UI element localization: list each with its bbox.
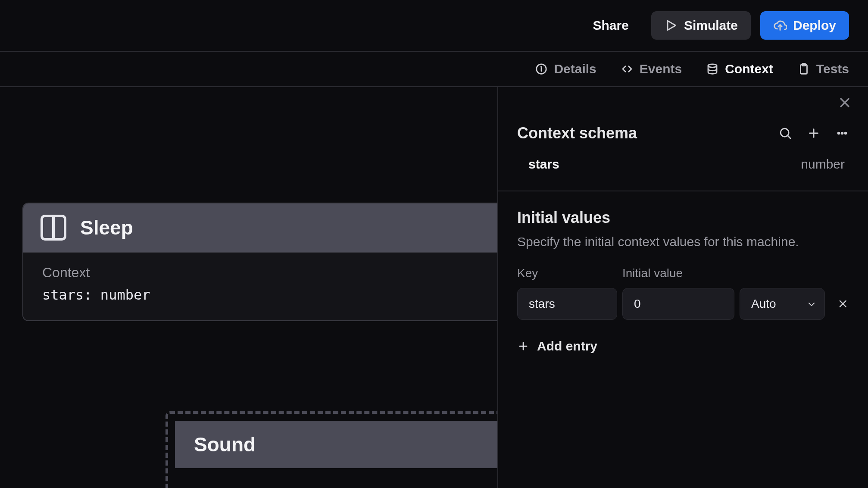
initial-values-description: Specify the initial context values for t…: [517, 235, 849, 249]
kv-header: Key Initial value: [517, 266, 849, 280]
schema-row-type: number: [801, 157, 845, 172]
tab-details-label: Details: [554, 62, 596, 76]
svg-marker-0: [668, 21, 676, 30]
svg-point-14: [838, 132, 840, 134]
tab-tests[interactable]: Tests: [797, 62, 849, 76]
add-entry-label: Add entry: [537, 339, 597, 353]
share-button[interactable]: Share: [580, 11, 642, 40]
tab-details[interactable]: Details: [535, 62, 596, 76]
close-icon[interactable]: [837, 95, 852, 110]
more-icon[interactable]: [835, 126, 849, 140]
column-key: Key: [517, 266, 617, 280]
chevron-down-icon: [806, 299, 817, 309]
initial-values-title: Initial values: [517, 209, 849, 227]
tab-context[interactable]: Context: [706, 62, 773, 76]
play-icon: [664, 19, 678, 32]
parallel-region[interactable]: Sound: [165, 411, 497, 488]
topbar: Share Simulate Deploy: [0, 0, 868, 52]
svg-point-16: [845, 132, 846, 134]
plus-icon: [517, 340, 529, 352]
state-node-sleep[interactable]: Sleep Context stars: number: [22, 203, 497, 321]
entry-key-input[interactable]: [517, 288, 617, 320]
simulate-button[interactable]: Simulate: [651, 11, 751, 40]
tab-context-label: Context: [725, 62, 773, 76]
add-icon[interactable]: [807, 126, 821, 140]
context-line: stars: number: [42, 287, 497, 303]
context-panel: Context schema stars number: [497, 87, 868, 488]
svg-point-4: [541, 66, 542, 67]
schema-row[interactable]: stars number: [517, 142, 849, 186]
svg-point-5: [708, 64, 717, 68]
simulate-label: Simulate: [684, 18, 738, 33]
tab-events-label: Events: [640, 62, 682, 76]
schema-title: Context schema: [517, 124, 637, 142]
state-node-sound[interactable]: Sound: [175, 421, 497, 468]
search-icon[interactable]: [778, 126, 792, 140]
parallel-icon: [41, 215, 66, 241]
cloud-upload-icon: [773, 19, 787, 32]
entry-value-input[interactable]: [622, 288, 734, 320]
deploy-label: Deploy: [793, 18, 836, 33]
add-entry-button[interactable]: Add entry: [517, 339, 597, 353]
context-label: Context: [42, 265, 497, 281]
initial-values-section: Initial values Specify the initial conte…: [517, 209, 849, 355]
tab-events[interactable]: Events: [621, 62, 682, 76]
info-icon: [535, 63, 548, 75]
code-icon: [621, 63, 634, 75]
schema-header: Context schema: [517, 124, 849, 142]
divider: [498, 191, 868, 191]
schema-row-key: stars: [528, 157, 559, 172]
schema-actions: [778, 126, 849, 140]
canvas[interactable]: Sleep Context stars: number Sound: [0, 87, 497, 488]
column-value: Initial value: [622, 266, 734, 280]
entry-type-select[interactable]: Auto: [740, 288, 825, 320]
clipboard-icon: [797, 63, 810, 75]
subtabs: Details Events Context Tests: [0, 52, 868, 87]
deploy-button[interactable]: Deploy: [760, 11, 849, 40]
state-node-title: Sleep: [80, 216, 133, 239]
database-icon: [706, 63, 719, 75]
state-node-body: Context stars: number: [23, 253, 497, 320]
kv-row: Auto: [517, 288, 849, 320]
svg-point-15: [841, 132, 843, 134]
schema-section: Context schema stars number: [517, 124, 849, 186]
entry-type-value: Auto: [751, 297, 776, 310]
svg-line-11: [787, 135, 790, 138]
share-label: Share: [593, 18, 629, 33]
state-node-title: Sound: [194, 433, 256, 456]
tab-tests-label: Tests: [816, 62, 849, 76]
delete-row-icon[interactable]: [837, 298, 849, 310]
state-node-header[interactable]: Sleep: [23, 203, 497, 253]
main: Sleep Context stars: number Sound Contex…: [0, 87, 868, 488]
